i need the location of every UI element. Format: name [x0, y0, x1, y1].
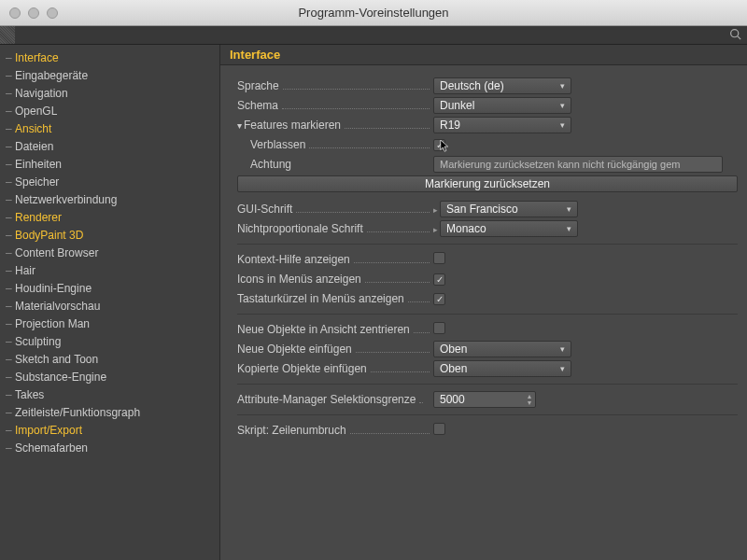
- sidebar-item-zeitleiste-funktionsgraph[interactable]: –Zeitleiste/Funktionsgraph: [0, 403, 219, 421]
- tree-tick-icon: –: [6, 406, 15, 419]
- reset-markierung-button[interactable]: Markierung zurücksetzen: [237, 175, 738, 192]
- sidebar-item-houdini-engine[interactable]: –Houdini-Engine: [0, 279, 219, 297]
- chevron-down-icon: ▾: [567, 224, 571, 233]
- tree-tick-icon: –: [6, 441, 15, 455]
- tree-tick-icon: –: [6, 69, 15, 82]
- sidebar: –Interface–Eingabegeräte–Navigation–Open…: [0, 45, 220, 560]
- sidebar-item-opengl[interactable]: –OpenGL: [0, 102, 219, 119]
- sidebar-item-label: Ansicht: [15, 122, 51, 135]
- neue-einfuegen-dropdown[interactable]: Oben▾: [433, 341, 571, 357]
- minimize-window-button[interactable]: [28, 7, 39, 19]
- panel-heading: Interface: [230, 48, 280, 62]
- chevron-down-icon: ▾: [560, 101, 565, 110]
- expander-icon[interactable]: ▾: [237, 120, 242, 131]
- titlebar: Programm-Voreinstellungen: [0, 0, 747, 26]
- sidebar-item-renderer[interactable]: –Renderer: [0, 208, 219, 226]
- sidebar-item-projection-man[interactable]: –Projection Man: [0, 315, 219, 332]
- tree-tick-icon: –: [6, 87, 15, 100]
- tree-tick-icon: –: [6, 300, 15, 313]
- tree-tick-icon: –: [6, 335, 15, 348]
- sidebar-item-label: Import/Export: [15, 424, 82, 437]
- neue-zentrieren-checkbox[interactable]: [433, 322, 445, 334]
- sidebar-item-label: Speicher: [15, 175, 59, 189]
- schema-dropdown[interactable]: Dunkel▾: [433, 97, 571, 114]
- sidebar-item-ansicht[interactable]: –Ansicht: [0, 119, 219, 137]
- tree-tick-icon: –: [6, 122, 15, 135]
- sidebar-item-import-export[interactable]: –Import/Export: [0, 421, 219, 439]
- label-icons: Icons in Menüs anzeigen: [237, 273, 361, 286]
- label-tastatur: Tastaturkürzel in Menüs anzeigen: [237, 292, 404, 305]
- sprache-dropdown[interactable]: Deutsch (de)▾: [433, 77, 571, 94]
- label-neue-einf: Neue Objekte einfügen: [237, 343, 352, 356]
- toolbar: [0, 26, 747, 45]
- icons-checkbox[interactable]: ✓: [433, 273, 445, 286]
- sidebar-item-label: Navigation: [15, 87, 68, 100]
- sidebar-item-label: Houdini-Engine: [15, 282, 92, 295]
- tree-tick-icon: –: [6, 158, 15, 171]
- features-dropdown[interactable]: R19▾: [433, 117, 571, 133]
- tree-tick-icon: –: [6, 371, 15, 384]
- sidebar-item-hair[interactable]: –Hair: [0, 261, 219, 279]
- sidebar-item-dateien[interactable]: –Dateien: [0, 137, 219, 155]
- label-skript: Skript: Zeilenumbruch: [237, 424, 346, 437]
- tree-tick-icon: –: [6, 388, 15, 401]
- sidebar-item-label: Substance-Engine: [15, 371, 106, 384]
- sidebar-item-speicher[interactable]: –Speicher: [0, 173, 219, 190]
- chevron-down-icon: ▾: [560, 120, 565, 130]
- svg-line-1: [738, 36, 740, 39]
- attr-limit-field[interactable]: 5000▴▾: [433, 391, 536, 408]
- sidebar-item-materialvorschau[interactable]: –Materialvorschau: [0, 297, 219, 315]
- main-panel: Interface Sprache Deutsch (de)▾ Schema D…: [220, 45, 747, 560]
- tastatur-checkbox[interactable]: ✓: [433, 293, 445, 305]
- sidebar-item-label: Projection Man: [15, 317, 90, 330]
- svg-point-0: [731, 30, 739, 37]
- sidebar-item-content-browser[interactable]: –Content Browser: [0, 244, 219, 261]
- sidebar-item-eingabeger-te[interactable]: –Eingabegeräte: [0, 66, 219, 84]
- label-achtung: Achtung: [250, 158, 291, 171]
- sidebar-item-label: Zeitleiste/Funktionsgraph: [15, 406, 140, 419]
- kontext-checkbox[interactable]: [433, 252, 445, 264]
- sidebar-item-takes[interactable]: –Takes: [0, 385, 219, 403]
- sidebar-item-netzwerkverbindung[interactable]: –Netzwerkverbindung: [0, 190, 219, 208]
- window-title: Programm-Voreinstellungen: [0, 6, 747, 20]
- sidebar-item-label: Dateien: [15, 140, 53, 153]
- label-attr-limit: Attribute-Manager Selektionsgrenze: [237, 393, 416, 406]
- sidebar-item-label: Eingabegeräte: [15, 69, 88, 82]
- chevron-right-icon: ▸: [433, 225, 438, 234]
- sidebar-item-label: Hair: [15, 264, 35, 277]
- sidebar-item-interface[interactable]: –Interface: [0, 49, 219, 66]
- tree-tick-icon: –: [6, 424, 15, 437]
- sidebar-item-einheiten[interactable]: –Einheiten: [0, 155, 219, 173]
- label-verblassen: Verblassen: [250, 138, 305, 151]
- search-icon[interactable]: [729, 28, 741, 43]
- tree-tick-icon: –: [6, 211, 15, 224]
- tree-tick-icon: –: [6, 140, 15, 153]
- kopierte-einfuegen-dropdown[interactable]: Oben▾: [433, 360, 571, 377]
- sidebar-item-bodypaint-3d[interactable]: –BodyPaint 3D: [0, 226, 219, 244]
- mono-schrift-dropdown[interactable]: Monaco▾: [440, 220, 578, 237]
- tree-tick-icon: –: [6, 51, 15, 64]
- tree-tick-icon: –: [6, 264, 15, 277]
- sidebar-item-sculpting[interactable]: –Sculpting: [0, 332, 219, 350]
- sidebar-item-sketch-and-toon[interactable]: –Sketch and Toon: [0, 350, 219, 368]
- sidebar-item-navigation[interactable]: –Navigation: [0, 84, 219, 102]
- close-window-button[interactable]: [9, 7, 21, 19]
- achtung-info: Markierung zurücksetzen kann nicht rückg…: [433, 156, 723, 173]
- chevron-down-icon: ▾: [560, 81, 565, 91]
- tree-tick-icon: –: [6, 282, 15, 295]
- verblassen-checkbox[interactable]: ✓: [433, 139, 445, 151]
- gui-schrift-dropdown[interactable]: San Francisco▾: [440, 201, 578, 217]
- tree-tick-icon: –: [6, 193, 15, 206]
- toolbar-grip-icon: [0, 26, 15, 44]
- sidebar-item-schemafarben[interactable]: –Schemafarben: [0, 439, 219, 456]
- stepper-icon[interactable]: ▴▾: [528, 393, 531, 406]
- zoom-window-button[interactable]: [47, 7, 58, 19]
- tree-tick-icon: –: [6, 317, 15, 330]
- chevron-down-icon: ▾: [560, 364, 565, 373]
- sidebar-item-label: Content Browser: [15, 246, 98, 259]
- sidebar-item-substance-engine[interactable]: –Substance-Engine: [0, 368, 219, 385]
- skript-checkbox[interactable]: [433, 423, 445, 435]
- label-sprache: Sprache: [237, 79, 279, 92]
- sidebar-item-label: Sculpting: [15, 335, 61, 348]
- sidebar-item-label: OpenGL: [15, 105, 57, 118]
